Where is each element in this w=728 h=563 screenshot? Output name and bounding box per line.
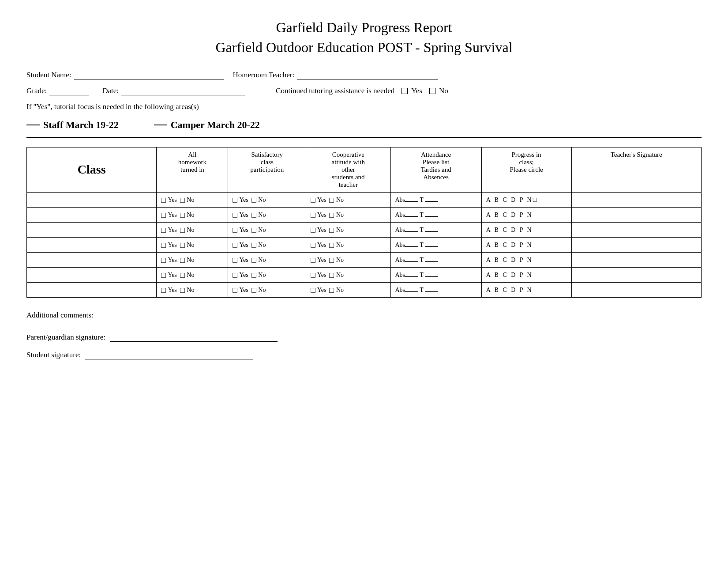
row-progress-grade[interactable]: A B C D P N [481, 222, 571, 237]
row-class-name[interactable] [27, 207, 157, 222]
tutoring-field: Continued tutoring assistance is needed … [276, 87, 448, 95]
title-line2: Garfield Outdoor Education POST - Spring… [215, 39, 512, 55]
row-attendance[interactable]: Abs T [390, 207, 481, 222]
row-homework-yn[interactable]: Yes No [157, 192, 228, 207]
row-homework-yn[interactable]: Yes No [157, 282, 228, 297]
yes-checkbox[interactable] [402, 88, 408, 94]
row-participation-yn[interactable]: Yes No [228, 252, 306, 267]
table-row: Yes No Yes No Yes NoAbs T A B C D P N [27, 252, 702, 267]
grade-date-tutoring-row: Grade: Date: Continued tutoring assistan… [26, 87, 702, 95]
row-cooperative-yn[interactable]: Yes No [306, 222, 390, 237]
row-participation-yn[interactable]: Yes No [228, 222, 306, 237]
row-teacher-signature[interactable] [571, 267, 702, 282]
student-homeroom-row: Student Name: Homeroom Teacher: [26, 71, 702, 79]
row-homework-yn[interactable]: Yes No [157, 207, 228, 222]
row-participation-yn[interactable]: Yes No [228, 192, 306, 207]
row-attendance[interactable]: Abs T [390, 192, 481, 207]
row-participation-yn[interactable]: Yes No [228, 207, 306, 222]
tutorial-label: If "Yes", tutorial focus is needed in th… [26, 102, 199, 111]
homeroom-teacher-label: Homeroom Teacher: [233, 71, 295, 79]
row-class-name[interactable] [27, 252, 157, 267]
row-attendance[interactable]: Abs T [390, 267, 481, 282]
row-class-name[interactable] [27, 192, 157, 207]
header-class: Class [27, 147, 157, 192]
table-row: Yes No Yes No Yes NoAbs T A B C D P N [27, 237, 702, 252]
row-teacher-signature[interactable] [571, 207, 702, 222]
staff-date: Staff March 19-22 [26, 119, 119, 131]
row-class-name[interactable] [27, 267, 157, 282]
row-cooperative-yn[interactable]: Yes No [306, 207, 390, 222]
tutorial-input[interactable] [202, 103, 458, 111]
row-homework-yn[interactable]: Yes No [157, 237, 228, 252]
row-participation-yn[interactable]: Yes No [228, 237, 306, 252]
row-participation-yn[interactable]: Yes No [228, 267, 306, 282]
student-signature-label: Student signature: [26, 351, 81, 359]
row-attendance[interactable]: Abs T [390, 237, 481, 252]
row-class-name[interactable] [27, 237, 157, 252]
row-teacher-signature[interactable] [571, 282, 702, 297]
staff-dash [26, 125, 40, 125]
row-homework-yn[interactable]: Yes No [157, 222, 228, 237]
date-field: Date: [102, 87, 245, 95]
row-participation-yn[interactable]: Yes No [228, 282, 306, 297]
header-cooperative: Cooperativeattitude withotherstudents an… [306, 147, 390, 192]
student-name-field: Student Name: [26, 71, 224, 79]
camper-label: Camper March 20-22 [171, 119, 260, 131]
table-row: Yes No Yes No Yes NoAbs T A B C D P N [27, 207, 702, 222]
row-cooperative-yn[interactable]: Yes No [306, 267, 390, 282]
row-cooperative-yn[interactable]: Yes No [306, 252, 390, 267]
date-input[interactable] [121, 87, 245, 95]
row-teacher-signature[interactable] [571, 192, 702, 207]
row-progress-grade[interactable]: A B C D P N [481, 207, 571, 222]
homeroom-teacher-input[interactable] [297, 72, 438, 79]
homeroom-teacher-field: Homeroom Teacher: [233, 71, 439, 79]
tutoring-label: Continued tutoring assistance is needed [276, 87, 394, 95]
progress-table: Class Allhomeworkturned in Satisfactoryc… [26, 147, 702, 298]
row-homework-yn[interactable]: Yes No [157, 252, 228, 267]
dates-row: Staff March 19-22 Camper March 20-22 [26, 119, 702, 131]
table-row: Yes No Yes No Yes NoAbs T A B C D P N□ [27, 192, 702, 207]
row-cooperative-yn[interactable]: Yes No [306, 192, 390, 207]
row-attendance[interactable]: Abs T [390, 252, 481, 267]
row-progress-grade[interactable]: A B C D P N [481, 282, 571, 297]
title-section: Garfield Daily Progress Report Garfield … [26, 18, 702, 57]
row-class-name[interactable] [27, 282, 157, 297]
table-header-row: Class Allhomeworkturned in Satisfactoryc… [27, 147, 702, 192]
date-label: Date: [102, 87, 119, 95]
no-label: No [439, 87, 448, 95]
grade-field: Grade: [26, 87, 89, 95]
header-signature: Teacher's Signature [571, 147, 702, 192]
parent-signature-label: Parent/guardian signature: [26, 333, 105, 342]
staff-label: Staff March 19-22 [43, 119, 119, 131]
tutorial-input2[interactable] [460, 103, 531, 111]
row-class-name[interactable] [27, 222, 157, 237]
no-checkbox-group: No [429, 87, 448, 95]
row-teacher-signature[interactable] [571, 237, 702, 252]
row-cooperative-yn[interactable]: Yes No [306, 237, 390, 252]
row-teacher-signature[interactable] [571, 252, 702, 267]
row-cooperative-yn[interactable]: Yes No [306, 282, 390, 297]
row-attendance[interactable]: Abs T [390, 222, 481, 237]
row-attendance[interactable]: Abs T [390, 282, 481, 297]
student-name-input[interactable] [74, 72, 224, 79]
camper-dash [154, 125, 167, 125]
yes-checkbox-group: Yes [402, 87, 422, 95]
row-progress-grade[interactable]: A B C D P N [481, 237, 571, 252]
parent-signature-line[interactable] [110, 334, 278, 342]
header-attendance: AttendancePlease listTardies andAbsences [390, 147, 481, 192]
row-homework-yn[interactable]: Yes No [157, 267, 228, 282]
row-progress-grade[interactable]: A B C D P N [481, 267, 571, 282]
header-homework: Allhomeworkturned in [157, 147, 228, 192]
tutorial-row: If "Yes", tutorial focus is needed in th… [26, 102, 702, 111]
row-teacher-signature[interactable] [571, 222, 702, 237]
additional-comments-label: Additional comments: [26, 311, 702, 320]
header-progress: Progress inclass;Please circle [481, 147, 571, 192]
grade-input[interactable] [49, 87, 89, 95]
parent-signature-row: Parent/guardian signature: [26, 333, 702, 342]
no-checkbox[interactable] [429, 88, 435, 94]
row-progress-grade[interactable]: A B C D P N□ [481, 192, 571, 207]
row-progress-grade[interactable]: A B C D P N [481, 252, 571, 267]
table-row: Yes No Yes No Yes NoAbs T A B C D P N [27, 267, 702, 282]
student-signature-line[interactable] [85, 351, 253, 359]
title-line1: Garfield Daily Progress Report [276, 19, 452, 35]
